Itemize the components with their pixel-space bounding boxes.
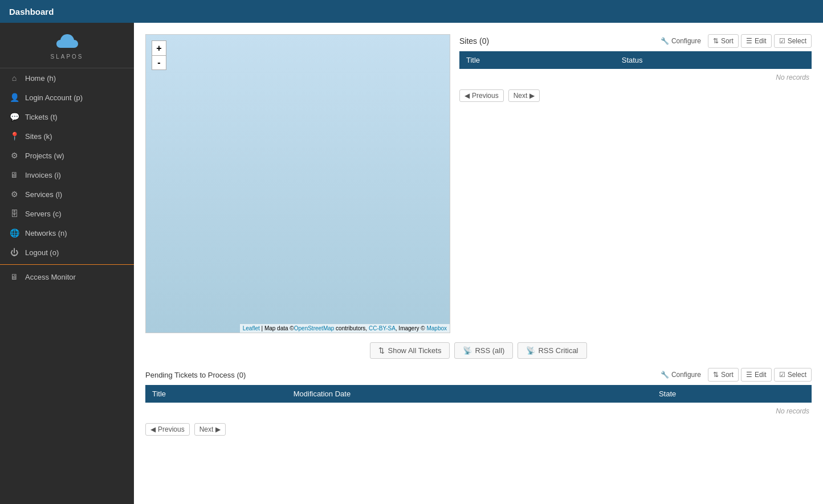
sidebar-item-home-label: Home (h) bbox=[25, 74, 56, 83]
sites-pagination: ◀ Previous Next ▶ bbox=[459, 86, 812, 105]
invoices-icon: 🖥 bbox=[9, 170, 19, 180]
prev-icon: ◀ bbox=[465, 92, 470, 100]
pending-pagination: ◀ Previous Next ▶ bbox=[145, 420, 812, 439]
pending-check-icon: ☑ bbox=[779, 371, 785, 379]
sidebar-item-servers-label: Servers (c) bbox=[25, 210, 62, 218]
sites-configure-button[interactable]: 🔧 Configure bbox=[656, 35, 706, 47]
pending-title-sort-link[interactable]: Title bbox=[152, 390, 166, 398]
pending-tickets-section: Pending Tickets to Process (0) 🔧 Configu… bbox=[145, 368, 812, 439]
show-all-tickets-button[interactable]: ⇅ Show All Tickets bbox=[370, 342, 450, 359]
sidebar-item-services[interactable]: ⚙ Services (l) bbox=[0, 185, 134, 204]
pending-col-title: Title bbox=[145, 385, 287, 403]
pending-select-button[interactable]: ☑ Select bbox=[774, 368, 812, 382]
sidebar-item-networks-label: Networks (n) bbox=[25, 229, 67, 237]
home-icon: ⌂ bbox=[9, 73, 19, 83]
sidebar-item-invoices-label: Invoices (i) bbox=[25, 171, 61, 179]
logo-text: SLAPOS bbox=[50, 54, 83, 60]
sidebar-item-projects[interactable]: ⚙ Projects (w) bbox=[0, 146, 134, 165]
mapbox-link[interactable]: Mapbox bbox=[426, 325, 447, 331]
sites-panel-title: Sites (0) bbox=[459, 36, 489, 46]
sites-edit-button[interactable]: ☰ Edit bbox=[741, 34, 772, 48]
sites-title-sort-link[interactable]: Title bbox=[466, 56, 480, 64]
sites-table: Title Status bbox=[459, 51, 812, 69]
pending-no-records: No records bbox=[145, 403, 812, 420]
slapos-logo: SLAPOS bbox=[50, 31, 83, 60]
pending-state-sort-link[interactable]: State bbox=[659, 390, 676, 398]
pending-sort-button[interactable]: ⇅ Sort bbox=[708, 368, 739, 382]
pending-mod-date-sort-link[interactable]: Modification Date bbox=[294, 390, 351, 398]
sidebar-item-login-account[interactable]: 👤 Login Account (p) bbox=[0, 88, 134, 107]
sidebar-item-services-label: Services (l) bbox=[25, 190, 62, 199]
leaflet-link[interactable]: Leaflet bbox=[243, 325, 260, 331]
pending-sort-icon: ⇅ bbox=[713, 371, 719, 379]
sites-panel-actions: 🔧 Configure ⇅ Sort ☰ Edit ☑ bbox=[656, 34, 812, 48]
page-title: Dashboard bbox=[9, 7, 54, 17]
sidebar: SLAPOS ⌂ Home (h) 👤 Login Account (p) 💬 … bbox=[0, 23, 134, 504]
pending-configure-button[interactable]: 🔧 Configure bbox=[656, 368, 706, 381]
osm-link[interactable]: OpenStreetMap bbox=[294, 325, 335, 331]
sites-select-button[interactable]: ☑ Select bbox=[774, 34, 812, 48]
rss-critical-button[interactable]: 📡 RSS Critical bbox=[518, 342, 586, 359]
sidebar-item-access-monitor[interactable]: 🖥 Access Monitor bbox=[0, 267, 134, 286]
sites-col-status: Status bbox=[615, 51, 812, 69]
pending-col-state: State bbox=[652, 385, 812, 403]
edit-icon: ☰ bbox=[746, 37, 752, 45]
sidebar-item-networks[interactable]: 🌐 Networks (n) bbox=[0, 223, 134, 243]
pending-edit-icon: ☰ bbox=[746, 371, 752, 379]
pending-wrench-icon: 🔧 bbox=[661, 371, 669, 379]
map-zoom-in-button[interactable]: + bbox=[152, 40, 166, 55]
map-container: + - Leaflet | Map data ©OpenStreetMap co… bbox=[145, 34, 450, 333]
sidebar-item-invoices[interactable]: 🖥 Invoices (i) bbox=[0, 165, 134, 185]
sidebar-item-sites[interactable]: 📍 Sites (k) bbox=[0, 126, 134, 146]
sidebar-item-sites-label: Sites (k) bbox=[25, 132, 52, 141]
pending-next-button[interactable]: Next ▶ bbox=[194, 423, 226, 436]
pending-prev-button[interactable]: ◀ Previous bbox=[145, 423, 190, 436]
sites-panel-header: Sites (0) 🔧 Configure ⇅ Sort ☰ Edit bbox=[459, 34, 812, 48]
ticket-actions-row: ⇅ Show All Tickets 📡 RSS (all) 📡 RSS Cri… bbox=[145, 342, 812, 359]
sites-next-button[interactable]: Next ▶ bbox=[508, 89, 540, 102]
logout-icon: ⏻ bbox=[9, 247, 19, 257]
sidebar-item-tickets[interactable]: 💬 Tickets (t) bbox=[0, 107, 134, 126]
map-controls: + - bbox=[152, 40, 166, 70]
sites-status-sort-link[interactable]: Status bbox=[622, 56, 643, 64]
sidebar-divider bbox=[0, 264, 134, 265]
logo-svg bbox=[52, 31, 82, 52]
sidebar-item-tickets-label: Tickets (t) bbox=[25, 113, 58, 121]
sites-table-header-row: Title Status bbox=[459, 51, 812, 69]
pending-edit-button[interactable]: ☰ Edit bbox=[741, 368, 772, 382]
topbar: Dashboard bbox=[0, 0, 823, 23]
sidebar-item-home[interactable]: ⌂ Home (h) bbox=[0, 68, 134, 88]
sidebar-item-servers[interactable]: 🗄 Servers (c) bbox=[0, 204, 134, 223]
map-zoom-out-button[interactable]: - bbox=[152, 55, 166, 70]
pending-tickets-actions: 🔧 Configure ⇅ Sort ☰ Edit ☑ Select bbox=[656, 368, 812, 382]
rss-all-icon: 📡 bbox=[463, 346, 472, 355]
sites-icon: 📍 bbox=[9, 131, 19, 141]
cc-link[interactable]: CC-BY-SA bbox=[369, 325, 396, 331]
map-attribution: Leaflet | Map data ©OpenStreetMap contri… bbox=[240, 324, 450, 333]
pending-col-mod-date: Modification Date bbox=[287, 385, 652, 403]
services-icon: ⚙ bbox=[9, 189, 19, 199]
sidebar-item-access-monitor-label: Access Monitor bbox=[25, 273, 76, 281]
next-icon: ▶ bbox=[529, 92, 535, 100]
sidebar-item-projects-label: Projects (w) bbox=[25, 151, 64, 160]
wrench-icon: 🔧 bbox=[661, 37, 669, 45]
ticket-list-icon: ⇅ bbox=[378, 346, 385, 355]
networks-icon: 🌐 bbox=[9, 228, 19, 238]
sites-sort-button[interactable]: ⇅ Sort bbox=[708, 34, 739, 48]
projects-icon: ⚙ bbox=[9, 150, 19, 161]
sidebar-nav: ⌂ Home (h) 👤 Login Account (p) 💬 Tickets… bbox=[0, 68, 134, 504]
user-icon: 👤 bbox=[9, 92, 19, 103]
map-sites-row: + - Leaflet | Map data ©OpenStreetMap co… bbox=[145, 34, 812, 333]
sidebar-logo: SLAPOS bbox=[0, 23, 134, 68]
sidebar-item-login-label: Login Account (p) bbox=[25, 93, 83, 102]
sidebar-item-logout[interactable]: ⏻ Logout (o) bbox=[0, 243, 134, 262]
servers-icon: 🗄 bbox=[9, 208, 19, 219]
sites-prev-button[interactable]: ◀ Previous bbox=[459, 89, 504, 102]
pending-prev-icon: ◀ bbox=[150, 425, 156, 433]
rss-all-button[interactable]: 📡 RSS (all) bbox=[454, 342, 513, 359]
monitor-icon: 🖥 bbox=[9, 272, 19, 282]
tickets-icon: 💬 bbox=[9, 112, 19, 122]
pending-tickets-header: Pending Tickets to Process (0) 🔧 Configu… bbox=[145, 368, 812, 382]
pending-tickets-title: Pending Tickets to Process (0) bbox=[145, 371, 246, 379]
sidebar-item-logout-label: Logout (o) bbox=[25, 248, 59, 257]
